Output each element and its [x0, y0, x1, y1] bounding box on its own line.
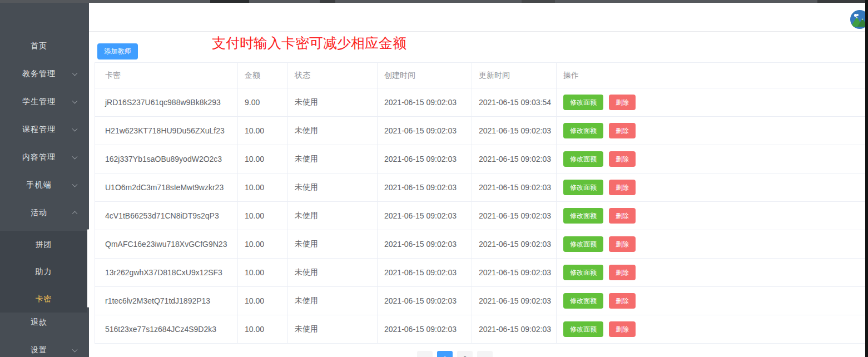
cell-card-key: U1O6m2dC3m718sIeMwt9wzkr23 — [95, 173, 238, 201]
browser-chrome-strip — [0, 0, 865, 3]
edit-amount-button[interactable]: 修改面额 — [563, 321, 603, 337]
sidebar-item-content-mgmt[interactable]: 内容管理 — [0, 143, 89, 171]
edit-amount-button[interactable]: 修改面额 — [563, 180, 603, 195]
sidebar-item-label: 首页 — [0, 41, 78, 51]
cell-created-time: 2021-06-15 09:02:03 — [378, 117, 472, 145]
cell-card-key: jRD16S237U61qc988w9Bk8k293 — [95, 88, 238, 116]
delete-button[interactable]: 删除 — [609, 180, 636, 195]
table-row: 516t23xe77s1z684JCz4S9D2k310.00未使用2021-0… — [95, 315, 865, 344]
delete-button[interactable]: 删除 — [609, 208, 636, 224]
edit-amount-button[interactable]: 修改面额 — [563, 293, 603, 309]
chrome-tab-fragment — [320, 0, 335, 3]
cell-card-key: H21w623KT718HU9Du56ZXuLf23 — [95, 117, 238, 145]
cell-amount: 10.00 — [238, 145, 288, 173]
sidebar-item-label: 手机端 — [0, 180, 78, 190]
sidebar-item-label: 教务管理 — [0, 69, 78, 79]
cell-actions: 修改面额删除 — [557, 315, 865, 343]
delete-button[interactable]: 删除 — [609, 293, 636, 309]
sidebar-item-label: 活动 — [0, 208, 78, 218]
cell-actions: 修改面额删除 — [557, 173, 865, 201]
table-row: H21w623KT718HU9Du56ZXuLf2310.00未使用2021-0… — [95, 117, 865, 145]
edit-amount-button[interactable]: 修改面额 — [563, 208, 603, 224]
cell-actions: 修改面额删除 — [557, 88, 865, 116]
delete-button[interactable]: 删除 — [609, 95, 636, 110]
card-key-table: 卡密金额状态创建时间更新时间操作 jRD16S237U61qc988w9Bk8k… — [95, 62, 866, 344]
next-page-button[interactable]: › — [477, 351, 493, 357]
cell-created-time: 2021-06-15 09:02:03 — [378, 259, 472, 286]
cell-amount: 9.00 — [238, 88, 288, 116]
sidebar-item-course-mgmt[interactable]: 课程管理 — [0, 116, 89, 143]
delete-button[interactable]: 删除 — [609, 236, 636, 252]
sidebar-item-activities[interactable]: 活动 — [0, 199, 89, 227]
cell-status: 未使用 — [288, 315, 378, 343]
cell-updated-time: 2021-06-15 09:02:03 — [472, 315, 557, 343]
cell-actions: 修改面额删除 — [557, 145, 865, 173]
sidebar-scrollbar-thumb[interactable] — [87, 229, 89, 308]
sidebar-item-label: 设置 — [0, 345, 78, 355]
page-button-1[interactable]: 1 — [437, 351, 453, 357]
sidebar-item-refund[interactable]: 退款 — [0, 309, 89, 336]
cell-status: 未使用 — [288, 202, 378, 230]
delete-button[interactable]: 删除 — [609, 265, 636, 280]
cell-updated-time: 2021-06-15 09:02:03 — [472, 230, 557, 258]
sidebar-subitem-label: 拼团 — [36, 240, 52, 250]
sidebar-item-settings[interactable]: 设置 — [0, 336, 89, 357]
screen-edge — [865, 0, 868, 357]
cell-created-time: 2021-06-15 09:02:03 — [378, 287, 472, 315]
cell-status: 未使用 — [288, 259, 378, 286]
cell-updated-time: 2021-06-15 09:02:03 — [472, 145, 557, 173]
sidebar-item-label: 学生管理 — [0, 97, 78, 107]
edit-amount-button[interactable]: 修改面额 — [563, 123, 603, 138]
sidebar-subitem-label: 卡密 — [36, 294, 52, 304]
cell-updated-time: 2021-06-15 09:02:03 — [472, 287, 557, 315]
column-header-created-time: 创建时间 — [378, 63, 472, 88]
cell-status: 未使用 — [288, 230, 378, 258]
cell-updated-time: 2021-06-15 09:02:03 — [472, 117, 557, 145]
column-header-amount: 金额 — [238, 63, 288, 88]
cell-amount: 10.00 — [238, 315, 288, 343]
page-button-2[interactable]: 2 — [457, 351, 473, 357]
sidebar-submenu-activities: 拼团助力卡密 — [0, 231, 87, 313]
app-window: 首页教务管理学生管理课程管理内容管理手机端活动 拼团助力卡密 退款设置 添加教师… — [0, 0, 868, 357]
sidebar-nav: 首页教务管理学生管理课程管理内容管理手机端活动 拼团助力卡密 退款设置 — [0, 3, 89, 357]
sidebar-item-mobile[interactable]: 手机端 — [0, 171, 89, 199]
cell-created-time: 2021-06-15 09:02:03 — [378, 202, 472, 230]
chrome-tab-fragment — [522, 0, 555, 3]
prev-page-button[interactable]: ‹ — [417, 351, 433, 357]
delete-button[interactable]: 删除 — [609, 321, 636, 337]
sidebar-subitem-assist[interactable]: 助力 — [0, 258, 87, 285]
top-header-bar — [89, 3, 865, 32]
cell-actions: 修改面额删除 — [557, 287, 865, 315]
table-row: 4cV1tB66253d71CN8iDT9s2qP310.00未使用2021-0… — [95, 202, 865, 230]
cell-actions: 修改面额删除 — [557, 202, 865, 230]
card-key-notice-text: 支付时输入卡密可减少相应金额 — [212, 34, 412, 52]
cell-created-time: 2021-06-15 09:02:03 — [378, 315, 472, 343]
cell-card-key: 13r262gwhX37D818CxU9x12SF3 — [95, 259, 238, 286]
table-row: QmAFC16e23iwu718XvGCfG9N2310.00未使用2021-0… — [95, 230, 865, 259]
edit-amount-button[interactable]: 修改面额 — [563, 236, 603, 252]
pagination: ‹12› — [417, 351, 497, 357]
cell-updated-time: 2021-06-15 09:02:03 — [472, 173, 557, 201]
sidebar-subitem-label: 助力 — [36, 267, 52, 277]
cell-card-key: QmAFC16e23iwu718XvGCfG9N23 — [95, 230, 238, 258]
column-header-status: 状态 — [288, 63, 378, 88]
edit-amount-button[interactable]: 修改面额 — [563, 265, 603, 280]
edit-amount-button[interactable]: 修改面额 — [563, 95, 603, 110]
table-row: U1O6m2dC3m718sIeMwt9wzkr2310.00未使用2021-0… — [95, 173, 865, 202]
delete-button[interactable]: 删除 — [609, 123, 636, 138]
delete-button[interactable]: 删除 — [609, 151, 636, 167]
sidebar-item-academic-mgmt[interactable]: 教务管理 — [0, 60, 89, 88]
column-header-actions: 操作 — [557, 63, 865, 88]
sidebar-item-student-mgmt[interactable]: 学生管理 — [0, 88, 89, 116]
cell-created-time: 2021-06-15 09:02:03 — [378, 230, 472, 258]
table-row: 162j337Yb1saOBu89yodW2O2c310.00未使用2021-0… — [95, 145, 865, 173]
table-body: jRD16S237U61qc988w9Bk8k2939.00未使用2021-06… — [95, 88, 865, 344]
sidebar-subitem-group-buy[interactable]: 拼团 — [0, 231, 87, 258]
sidebar-item-home[interactable]: 首页 — [0, 32, 89, 60]
add-teacher-button[interactable]: 添加教师 — [97, 43, 138, 60]
chrome-tab-fragment — [817, 0, 865, 3]
edit-amount-button[interactable]: 修改面额 — [563, 151, 603, 167]
cell-amount: 10.00 — [238, 230, 288, 258]
cell-created-time: 2021-06-15 09:02:03 — [378, 145, 472, 173]
table-header-row: 卡密金额状态创建时间更新时间操作 — [95, 63, 865, 88]
